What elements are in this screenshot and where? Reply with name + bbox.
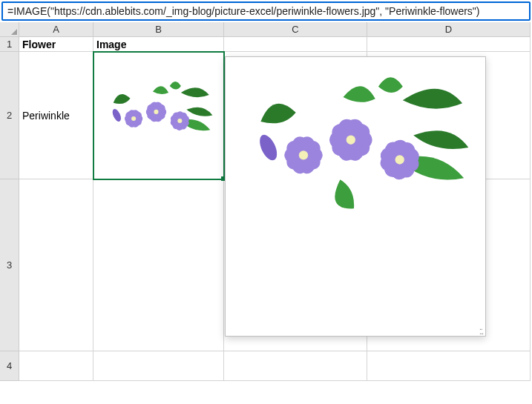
cell-image [96,72,220,159]
select-all-corner[interactable] [0,22,19,37]
cell-B1[interactable]: Image [93,37,224,52]
svg-point-12 [154,110,158,114]
col-header-C[interactable]: C [224,22,367,37]
periwinkle-flowers-icon [226,57,485,241]
column-headers: A B C D [0,22,532,37]
row-header-1[interactable]: 1 [0,37,19,52]
cell-B2[interactable] [93,52,224,179]
preview-image [226,57,485,241]
row-header-3[interactable]: 3 [0,179,19,351]
svg-point-18 [177,119,182,123]
cell-A1[interactable]: Flower [19,37,93,52]
cell-A4[interactable] [19,351,93,381]
svg-point-6 [131,116,136,121]
row-header-2[interactable]: 2 [0,52,19,179]
svg-point-19 [256,132,280,162]
cell-D1[interactable] [367,37,531,52]
row-1: 1 Flower Image [0,37,532,52]
svg-point-0 [111,107,122,122]
resize-handle-icon[interactable]: . .. . . [479,325,482,334]
cell-D4[interactable] [367,351,531,381]
cell-C4[interactable] [224,351,367,381]
cell-B4[interactable] [93,351,224,381]
cell-B3[interactable] [93,179,224,351]
cell-A2[interactable]: Periwinkle [19,52,93,179]
image-preview-card[interactable]: . .. . . [225,56,486,337]
cell-A3[interactable] [19,179,93,351]
svg-point-31 [347,136,355,145]
row-header-4[interactable]: 4 [0,351,19,381]
col-header-A[interactable]: A [19,22,93,37]
svg-point-37 [395,155,404,164]
formula-bar[interactable]: =IMAGE("https://cdn.ablebits.com/_img-bl… [1,1,531,21]
periwinkle-flowers-icon [96,72,220,159]
cell-C1[interactable] [224,37,367,52]
svg-point-25 [299,150,308,159]
col-header-B[interactable]: B [93,22,224,37]
row-4: 4 [0,351,532,381]
col-header-D[interactable]: D [367,22,531,37]
formula-text: =IMAGE("https://cdn.ablebits.com/_img-bl… [7,5,480,17]
